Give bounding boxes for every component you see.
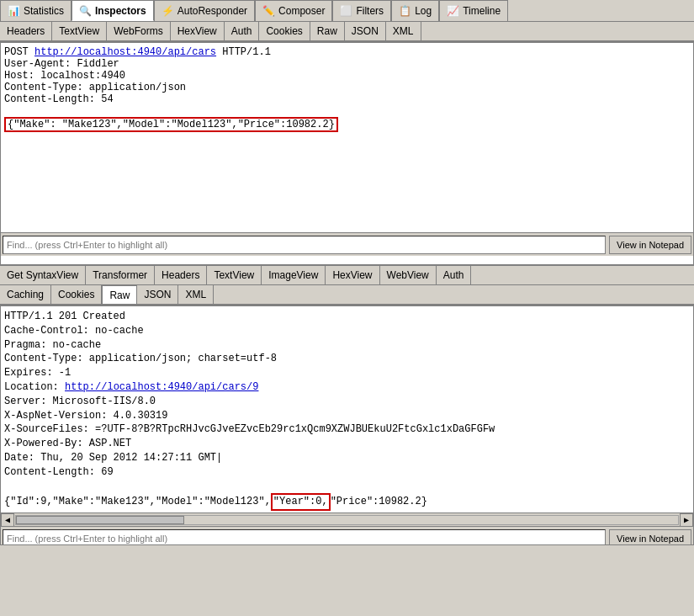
res-tab-auth[interactable]: Auth <box>437 266 472 284</box>
req-tab-webforms[interactable]: WebForms <box>107 22 170 40</box>
req-tab-raw[interactable]: Raw <box>310 22 345 40</box>
response-line3: Pragma: no-cache <box>4 338 690 353</box>
request-panel: POST http://localhost:4940/api/cars HTTP… <box>0 42 694 265</box>
scroll-right-button[interactable]: ▶ <box>680 513 693 527</box>
response-line14 <box>4 480 690 494</box>
response-line10: X-Powered-By: ASP.NET <box>4 437 690 451</box>
req-tab-headers[interactable]: Headers <box>0 22 52 40</box>
tab-statistics[interactable]: 📊 Statistics <box>0 0 72 21</box>
scroll-thumb[interactable] <box>16 516 184 524</box>
response-content-area: HTTP/1.1 201 Created Cache-Control: no-c… <box>1 306 693 512</box>
composer-icon: ✏️ <box>262 5 275 17</box>
res-tab-webview[interactable]: WebView <box>380 266 437 284</box>
request-line6 <box>4 105 690 117</box>
response-line11: Date: Thu, 20 Sep 2012 14:27:11 GMT| <box>4 451 690 465</box>
res-tab-imageview[interactable]: ImageView <box>262 266 326 284</box>
request-line3: Host: localhost:4940 <box>4 70 690 82</box>
request-line1: POST http://localhost:4940/api/cars HTTP… <box>4 46 690 58</box>
response-line6: Location: http://localhost:4940/api/cars… <box>4 380 690 395</box>
response-line13: Content-Length: 69 <box>4 465 690 480</box>
res-tab-xml[interactable]: XML <box>178 285 214 304</box>
tab-log[interactable]: 📋 Log <box>391 0 439 21</box>
tab-autoresponder[interactable]: ⚡ AutoResponder <box>154 0 255 21</box>
res-tab-transformer[interactable]: Transformer <box>86 266 155 284</box>
response-panel: HTTP/1.1 201 Created Cache-Control: no-c… <box>0 305 694 545</box>
request-find-input[interactable] <box>3 236 606 254</box>
response-scrollbar[interactable]: ◀ ▶ <box>1 512 693 526</box>
request-json-body: {"Make": "Make123","Model":"Model123","P… <box>4 117 690 132</box>
res-tab-headers[interactable]: Headers <box>155 266 207 284</box>
request-line2: User-Agent: Fiddler <box>4 58 690 70</box>
req-tab-xml[interactable]: XML <box>386 22 421 40</box>
cursor: | <box>216 452 222 464</box>
scroll-left-button[interactable]: ◀ <box>1 513 14 527</box>
request-url-link[interactable]: http://localhost:4940/api/cars <box>34 46 216 58</box>
response-line4: Content-Type: application/json; charset=… <box>4 352 690 366</box>
req-tab-hexview[interactable]: HexView <box>171 22 225 40</box>
request-find-bar: View in Notepad <box>1 232 693 256</box>
response-tabs-row1: Get SyntaxView Transformer Headers TextV… <box>0 265 694 285</box>
request-view-notepad-button[interactable]: View in Notepad <box>609 236 691 254</box>
req-tab-cookies[interactable]: Cookies <box>259 22 310 40</box>
log-icon: 📋 <box>399 5 411 17</box>
res-tab-hexview[interactable]: HexView <box>326 266 379 284</box>
res-tab-raw[interactable]: Raw <box>102 285 137 304</box>
autoresponder-icon: ⚡ <box>162 5 174 17</box>
tab-composer[interactable]: ✏️ Composer <box>255 0 332 21</box>
request-line5: Content-Length: 54 <box>4 93 690 105</box>
request-sub-tabs: Headers TextView WebForms HexView Auth C… <box>0 22 694 42</box>
res-tab-textview[interactable]: TextView <box>207 266 262 284</box>
response-line9: X-SourceFiles: =?UTF-8?B?RTpcRHJvcGJveEZ… <box>4 422 690 437</box>
req-tab-auth[interactable]: Auth <box>225 22 260 40</box>
response-json-line: {"Id":9,"Make":"Make123","Model":"Model1… <box>4 493 690 511</box>
res-tab-getsyntaxview[interactable]: Get SyntaxView <box>0 266 86 284</box>
response-line5: Expires: -1 <box>4 366 690 380</box>
request-content-area: POST http://localhost:4940/api/cars HTTP… <box>1 43 693 232</box>
response-line7: Server: Microsoft-IIS/8.0 <box>4 395 690 409</box>
response-tabs-row2: Caching Cookies Raw JSON XML <box>0 285 694 305</box>
req-tab-textview[interactable]: TextView <box>52 22 107 40</box>
filters-icon: ⬜ <box>340 5 352 17</box>
response-line2: Cache-Control: no-cache <box>4 324 690 338</box>
res-tab-caching[interactable]: Caching <box>0 285 51 304</box>
timeline-icon: 📈 <box>447 5 459 17</box>
inspectors-icon: 🔍 <box>79 5 92 17</box>
tab-inspectors[interactable]: 🔍 Inspectors <box>72 0 154 21</box>
tab-timeline[interactable]: 📈 Timeline <box>439 0 508 21</box>
res-tab-json[interactable]: JSON <box>137 285 178 304</box>
request-line4: Content-Type: application/json <box>4 82 690 93</box>
scroll-track[interactable] <box>15 515 679 525</box>
response-find-input[interactable] <box>3 529 606 546</box>
response-location-link[interactable]: http://localhost:4940/api/cars/9 <box>65 381 258 393</box>
req-tab-json[interactable]: JSON <box>345 22 386 40</box>
request-json-highlight: {"Make": "Make123","Model":"Model123","P… <box>4 117 338 132</box>
response-line1: HTTP/1.1 201 Created <box>4 310 690 324</box>
tab-filters[interactable]: ⬜ Filters <box>332 0 391 21</box>
res-tab-cookies[interactable]: Cookies <box>51 285 102 304</box>
response-line8: X-AspNet-Version: 4.0.30319 <box>4 409 690 423</box>
response-find-bar: View in Notepad <box>1 526 693 545</box>
response-year-highlight: "Year":0, <box>271 493 331 511</box>
top-tab-bar: 📊 Statistics 🔍 Inspectors ⚡ AutoResponde… <box>0 0 694 22</box>
statistics-icon: 📊 <box>8 5 20 17</box>
response-view-notepad-button[interactable]: View in Notepad <box>609 529 691 546</box>
